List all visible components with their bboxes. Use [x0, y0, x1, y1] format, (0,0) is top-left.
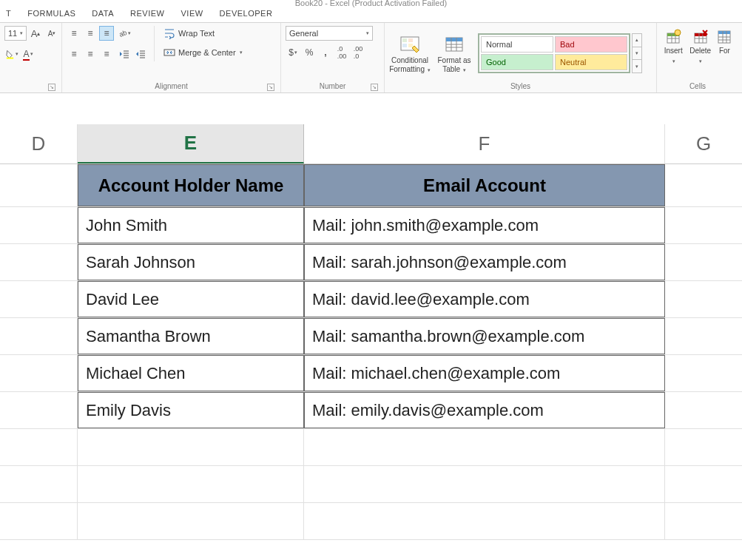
align-middle-button[interactable]: ≡	[83, 26, 98, 41]
cell-empty[interactable]	[0, 503, 78, 539]
chevron-down-icon: ▾	[240, 50, 243, 55]
increase-font-button[interactable]: A▴	[28, 26, 43, 41]
cell-empty[interactable]	[0, 355, 78, 391]
cell-email[interactable]: Mail: emily.davis@example.com	[304, 392, 665, 428]
font-size-select[interactable]: 11 ▾	[4, 26, 27, 41]
align-center-button[interactable]: ≡	[83, 47, 98, 61]
style-normal[interactable]: Normal	[481, 36, 553, 53]
style-bad[interactable]: Bad	[555, 36, 627, 53]
align-top-button[interactable]: ≡	[67, 26, 81, 41]
cell-empty[interactable]	[665, 207, 742, 243]
increase-indent-button[interactable]	[133, 47, 148, 61]
styles-scroll[interactable]: ▴ ▾ ▾	[632, 33, 642, 73]
cell-empty[interactable]	[0, 164, 78, 206]
conditional-formatting-label: ConditionalFormatting ▾	[389, 56, 431, 75]
cell-name[interactable]: David Lee	[78, 281, 304, 317]
spreadsheet-grid[interactable]: D E F G Account Holder Name Email Accoun…	[0, 124, 742, 540]
cell-email[interactable]: Mail: john.smith@example.com	[304, 207, 665, 243]
dialog-launcher-icon[interactable]: ↘	[267, 84, 274, 91]
column-header-g[interactable]: G	[665, 124, 742, 163]
column-header-f[interactable]: F	[304, 124, 665, 163]
cell-name[interactable]: Samantha Brown	[78, 318, 304, 354]
cell-empty[interactable]	[78, 503, 304, 539]
decrease-decimal-button[interactable]: .00.0	[351, 45, 365, 60]
conditional-formatting-button[interactable]: ConditionalFormatting ▾	[389, 33, 431, 75]
cell-name[interactable]: Sarah Johnson	[78, 244, 304, 280]
accounting-format-button[interactable]: $▾	[286, 45, 300, 60]
cell-email[interactable]: Mail: michael.chen@example.com	[304, 355, 665, 391]
cell-email[interactable]: Mail: samantha.brown@example.com	[304, 318, 665, 354]
format-button[interactable]: For	[715, 26, 734, 55]
cell-empty[interactable]	[304, 466, 665, 502]
cell-empty[interactable]	[0, 466, 78, 502]
increase-decimal-button[interactable]: .0.00	[334, 45, 349, 60]
cell-email[interactable]: Mail: david.lee@example.com	[304, 281, 665, 317]
cell-empty[interactable]	[665, 244, 742, 280]
cell-empty[interactable]	[665, 392, 742, 428]
chevron-up-icon[interactable]: ▴	[633, 34, 641, 47]
cell-empty[interactable]	[0, 318, 78, 354]
tab-developer[interactable]: DEVELOPER	[220, 9, 273, 18]
styles-more-icon[interactable]: ▾	[633, 60, 641, 72]
align-right-button[interactable]: ≡	[99, 47, 114, 61]
percent-format-button[interactable]: %	[302, 45, 317, 60]
group-number: General ▾ $▾ % , .0.00 .00.0 Number	[281, 23, 385, 92]
cell-empty[interactable]	[665, 466, 742, 502]
tab-formulas[interactable]: FORMULAS	[27, 9, 75, 18]
cell-email[interactable]: Mail: sarah.johnson@example.com	[304, 244, 665, 280]
cell-name[interactable]: John Smith	[78, 207, 304, 243]
cell-empty[interactable]	[665, 429, 742, 465]
tab-data[interactable]: DATA	[92, 9, 114, 18]
comma-format-button[interactable]: ,	[318, 45, 333, 60]
cell-empty[interactable]	[0, 281, 78, 317]
fill-color-button[interactable]: ▾	[4, 47, 19, 61]
align-left-button[interactable]: ≡	[67, 47, 81, 61]
dialog-launcher-icon[interactable]: ↘	[371, 84, 378, 91]
column-header-e[interactable]: E	[78, 124, 304, 163]
merge-center-button[interactable]: Merge & Center ▾	[161, 45, 246, 60]
dialog-launcher-icon[interactable]: ↘	[48, 84, 55, 91]
cell-empty[interactable]	[665, 355, 742, 391]
table-row: David LeeMail: david.lee@example.com	[0, 281, 742, 318]
cell-empty[interactable]	[0, 392, 78, 428]
cell-empty[interactable]	[665, 281, 742, 317]
wrap-text-button[interactable]: Wrap Text	[161, 26, 246, 41]
number-format-select[interactable]: General ▾	[286, 26, 373, 41]
font-color-button[interactable]: A ▾	[21, 47, 36, 61]
table-row: Samantha BrownMail: samantha.brown@examp…	[0, 318, 742, 355]
format-as-table-button[interactable]: Format asTable ▾	[434, 33, 475, 75]
cell-empty[interactable]	[0, 244, 78, 280]
cell-empty[interactable]	[304, 429, 665, 465]
decrease-font-button[interactable]: A▾	[44, 26, 59, 41]
cell-empty[interactable]	[0, 429, 78, 465]
cell-styles-gallery[interactable]: Normal Bad Good Neutral	[478, 33, 630, 73]
style-good[interactable]: Good	[481, 54, 553, 70]
decrease-indent-button[interactable]	[117, 47, 132, 61]
cell-empty[interactable]	[665, 318, 742, 354]
column-header-d[interactable]: D	[0, 124, 78, 163]
cell-name[interactable]: Michael Chen	[78, 355, 304, 391]
tab-partial[interactable]: T	[6, 9, 11, 18]
cell-empty[interactable]	[304, 503, 665, 539]
cell-name[interactable]: Emily Davis	[78, 392, 304, 428]
cell-empty[interactable]	[665, 503, 742, 539]
chevron-down-icon[interactable]: ▾	[633, 47, 641, 61]
cell-empty[interactable]	[665, 164, 742, 206]
delete-button[interactable]: Delete ▾	[688, 26, 712, 66]
insert-button[interactable]: Insert ▾	[661, 26, 685, 66]
table-row: Emily DavisMail: emily.davis@example.com	[0, 392, 742, 429]
cell-empty[interactable]	[0, 207, 78, 243]
chevron-down-icon: ▾	[16, 51, 18, 57]
tab-view[interactable]: VIEW	[181, 9, 203, 18]
conditional-formatting-icon	[399, 36, 420, 55]
format-as-table-icon	[444, 36, 465, 55]
tab-review[interactable]: REVIEW	[130, 9, 164, 18]
table-header-name[interactable]: Account Holder Name	[78, 164, 304, 206]
table-header-email[interactable]: Email Account	[304, 164, 665, 206]
group-cells: Insert ▾ Delete ▾ For Cells	[657, 23, 738, 92]
align-bottom-button[interactable]: ≡	[99, 26, 114, 41]
orientation-button[interactable]: ab ▾	[117, 26, 132, 41]
cell-empty[interactable]	[78, 466, 304, 502]
cell-empty[interactable]	[78, 429, 304, 465]
style-neutral[interactable]: Neutral	[555, 54, 627, 70]
